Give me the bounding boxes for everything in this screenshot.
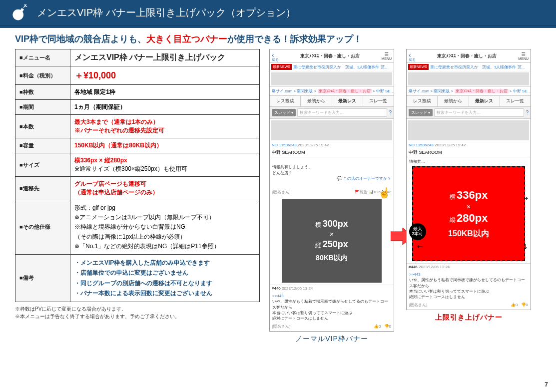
site-title: 東京ﾒﾝｴｽ・回春・癒し・お店: [279, 53, 381, 59]
help-icon[interactable]: ?: [526, 110, 529, 115]
search-row: スレッド ▾ 検索キーワードを入力… ?: [407, 107, 531, 119]
search-row: スレッド ▾ 検索キーワードを入力… ?: [270, 107, 394, 119]
spec-column: ■メニュー名 メンエスVIP枠 バナー上限引き上げパック ■料金（税別） ＋¥1…: [15, 49, 260, 320]
thumb-up-icon[interactable]: 👍0: [374, 324, 381, 329]
normal-banner-box: 横 300px × 縦 250px 80KB以内: [282, 199, 382, 283]
spec-label: ■料金（税別）: [15, 66, 70, 85]
ad-placeholder: [271, 120, 392, 140]
thread-dropdown[interactable]: スレッド ▾: [409, 109, 433, 116]
subtitle-em: 大きく目立つバナー: [146, 34, 227, 44]
spec-label: ■その他仕様: [15, 200, 70, 255]
tab-first[interactable]: 最初から: [301, 96, 332, 106]
post-footer: [匿名さん] 👍0👎0: [407, 301, 531, 310]
spec-label: ■期間: [15, 100, 70, 115]
post-title[interactable]: 中野 SEAROOM: [407, 148, 531, 157]
subtitle-pre: VIP枠で同地域の競合店よりも、: [15, 34, 146, 44]
post-meta: #446 2023/12/06 13:24: [270, 285, 394, 292]
spec-table: ■メニュー名 メンエスVIP枠 バナー上限引き上げパック ■料金（税別） ＋¥1…: [15, 49, 260, 302]
thumb-up-icon[interactable]: 👍0: [511, 303, 518, 307]
post-meta: NO.11506243 2023/11/25 19:42: [270, 142, 394, 148]
spec-label: ■サイズ: [15, 153, 70, 177]
tab-latest[interactable]: 最新レス: [332, 96, 363, 106]
news-text: 車に母親乗せ市役所突入か 茨城、3人軽傷事件 茨…: [293, 64, 389, 70]
spec-label: ■枠数: [15, 85, 70, 100]
spec-value-other: 形式：gif or jpg ※アニメーションは3ループ以内（無限ループ不可） ※…: [70, 200, 260, 255]
post-body: >>443 いや、属性がもう粘着で掲示板で嫌がらせしてるのもデートコース客だから…: [407, 270, 531, 301]
spec-value-price: ＋¥10,000: [74, 70, 116, 80]
post-body: >>443 いや、属性がもう粘着で掲示板で嫌がらせしてるのもデートコース客だから…: [270, 292, 394, 323]
page-header: メンエスVIP枠 バナー上限引き上げパック（オプション）: [0, 0, 556, 26]
search-input[interactable]: 検索キーワードを入力…: [297, 108, 387, 117]
spec-value-notes: ・メンエスVIP枠を購入した店舗のみ申込できます ・店舗単位での申込に変更はござ…: [70, 254, 260, 302]
footnote: ※枠数はPVに応じて変更になる場合があります。 ※本メニューは予告なく終了する場…: [15, 305, 260, 320]
spec-label: ■遷移先: [15, 177, 70, 200]
footnote-line: ※枠数はPVに応じて変更になる場合があります。: [15, 305, 260, 313]
post-footer: [匿名さん] 👍0👎0: [270, 323, 394, 331]
normal-mock-column: ‹戻る 東京ﾒﾝｴｽ・回春・癒し・お店 ≡MENU 最新NEWS 車に母親乗せ市…: [267, 49, 397, 344]
ad-placeholder: [408, 72, 529, 85]
spec-label: ■容量: [15, 138, 70, 153]
post-body: 情報共…: [407, 157, 531, 164]
spec-label: ■本数: [15, 115, 70, 138]
subtitle-post: が使用できる！訴求効果アップ！: [227, 34, 362, 44]
spec-value-dim-plain: ※通常サイズ（横300×縦250px）も使用可: [74, 165, 187, 172]
subtitle: VIP枠で同地域の競合店よりも、大きく目立つバナーが使用できる！訴求効果アップ！: [15, 33, 541, 45]
big-caption: 上限引き上げバナー: [435, 313, 503, 322]
back-icon[interactable]: ‹戻る: [409, 51, 416, 61]
spec-value-period: 1ヵ月（期間保証）: [74, 103, 126, 110]
max3-badge: 最大 3本可: [409, 223, 426, 240]
spec-value-link: グループ店ページも遷移可 （通常は申込店舗ページのみ）: [74, 180, 158, 196]
phone-mock-normal: ‹戻る 東京ﾒﾝｴｽ・回春・癒し・お店 ≡MENU 最新NEWS 車に母親乗せ市…: [269, 49, 394, 332]
spec-value-qty: 最大3本まで（通常は1本のみ） ※バナーそれぞれの遷移先設定可: [74, 118, 164, 134]
spec-value-dim-red: 横336px × 縦280px: [74, 157, 127, 164]
thumb-down-icon[interactable]: 👎0: [521, 303, 528, 307]
spec-label: ■メニュー名: [15, 49, 70, 66]
tab-row: レス投稿 最初から 最新レス スレ一覧: [270, 95, 394, 107]
news-ticker[interactable]: 最新NEWS 車に母親乗せ市役所突入か 茨城、3人軽傷事件 茨…: [270, 63, 394, 71]
breadcrumb[interactable]: 爆サイ.com > 南関東版 > 東京ﾒﾝｴｽ・回春・癒し・お店 > 中野 SE…: [407, 86, 531, 95]
hamburger-icon[interactable]: ≡MENU: [381, 51, 392, 60]
bomb-logo-icon: [10, 4, 28, 22]
spec-value-slots: 各地域 限定1枠: [74, 88, 115, 95]
spec-label: ■備考: [15, 254, 70, 302]
tab-latest[interactable]: 最新レス: [469, 96, 500, 106]
tab-post[interactable]: レス投稿: [407, 96, 438, 106]
big-mock-column: ‹戻る 東京ﾒﾝｴｽ・回春・癒し・お店 ≡MENU 最新NEWS 車に母親乗せ市…: [404, 49, 534, 322]
tab-row: レス投稿 最初から 最新レス スレ一覧: [407, 95, 531, 107]
hamburger-icon[interactable]: ≡MENU: [518, 51, 529, 60]
news-text: 車に母親乗せ市役所突入か 茨城、3人軽傷事件 茨…: [430, 64, 526, 70]
tab-post[interactable]: レス投稿: [270, 96, 301, 106]
news-badge: 最新NEWS: [408, 64, 429, 70]
back-icon[interactable]: ‹戻る: [272, 51, 279, 61]
tab-first[interactable]: 最初から: [438, 96, 469, 106]
thumb-down-icon[interactable]: 👎0: [384, 324, 391, 329]
ad-placeholder: [271, 72, 392, 85]
tab-list[interactable]: スレ一覧: [363, 96, 394, 106]
help-icon[interactable]: ?: [389, 110, 392, 115]
post-meta: #446 2023/12/06 13:24: [407, 264, 531, 270]
tab-list[interactable]: スレ一覧: [500, 96, 531, 106]
post-footer: [匿名さん] 🚩報告 📊635 💬42: [270, 188, 394, 197]
thread-dropdown[interactable]: スレッド ▾: [272, 109, 296, 116]
breadcrumb[interactable]: 爆サイ.com > 南関東版 > 東京ﾒﾝｴｽ・回春・癒し・お店 > 中野 SE…: [270, 86, 394, 95]
page-number: 7: [545, 381, 548, 388]
phone-mock-big: ‹戻る 東京ﾒﾝｴｽ・回春・癒し・お店 ≡MENU 最新NEWS 車に母親乗せ市…: [406, 49, 531, 310]
big-banner-box: 横 336px × 縦 280px 150KB以内: [412, 166, 525, 261]
post-body: 情報共有しましょう。 どんな店？ 💬 この店のオーナーですか？: [270, 157, 394, 188]
spec-value-size: 150KB以内（通常は80KB以内）: [74, 142, 162, 149]
news-ticker[interactable]: 最新NEWS 車に母親乗せ市役所突入か 茨城、3人軽傷事件 茨…: [407, 63, 531, 71]
site-title: 東京ﾒﾝｴｽ・回春・癒し・お店: [416, 53, 518, 59]
footnote-line: ※本メニューは予告なく終了する場合があります。予めご了承ください。: [15, 313, 260, 320]
normal-caption: ノーマルVIP枠バナー: [295, 335, 368, 344]
post-title[interactable]: 中野 SEAROOM: [270, 148, 394, 157]
search-input[interactable]: 検索キーワードを入力…: [434, 108, 524, 117]
news-badge: 最新NEWS: [271, 64, 292, 70]
post-meta: NO.11506243 2023/11/25 19:42: [407, 142, 531, 148]
page-title: メンエスVIP枠 バナー上限引き上げパック（オプション）: [37, 6, 296, 19]
ad-placeholder: [408, 120, 529, 140]
spec-value-menu: メンエスVIP枠 バナー上限引き上げパック: [74, 53, 225, 61]
pointer-icon: ☝: [378, 187, 391, 199]
